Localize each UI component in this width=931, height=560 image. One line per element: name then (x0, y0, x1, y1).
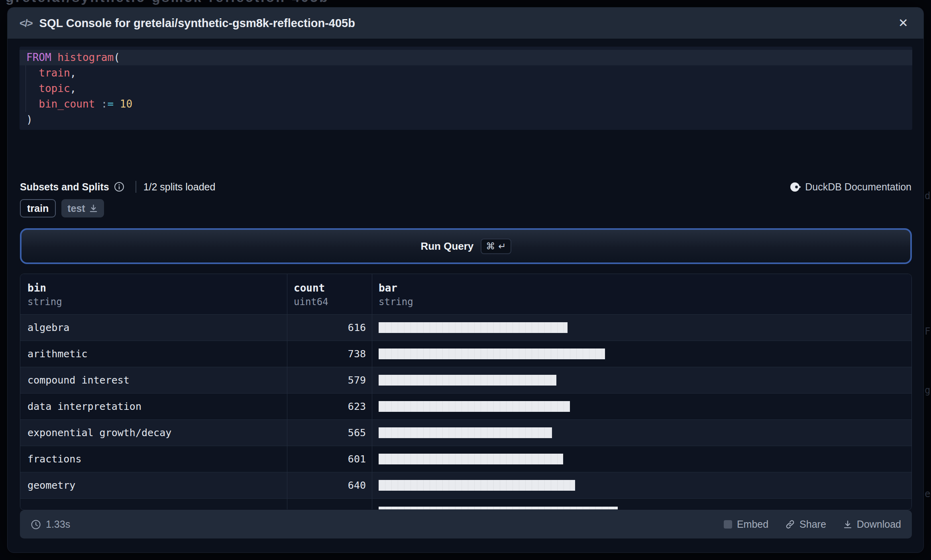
run-query-label: Run Query (420, 240, 473, 253)
table-row: data interpretation623 (20, 393, 911, 419)
count-cell (287, 499, 372, 509)
bar-cell (372, 315, 911, 341)
count-cell: 579 (287, 367, 372, 393)
bar-cell (372, 499, 911, 509)
histogram-bar (379, 349, 605, 359)
column-header-bin: bin string (20, 274, 287, 314)
count-cell: 616 (287, 315, 372, 341)
histogram-bar (379, 375, 556, 386)
divider (136, 181, 136, 193)
table-row: geometry640 (20, 472, 911, 498)
bin-cell: geometry (20, 472, 287, 498)
code-line: FROM histogram( (20, 50, 912, 65)
code-line: bin_count := 10 (20, 96, 912, 112)
share-icon (785, 519, 795, 529)
histogram-bar (379, 427, 552, 438)
table-body: algebra616arithmetic738compound interest… (20, 314, 911, 509)
clock-icon (31, 519, 41, 530)
cmd-key-icon: ⌘ (486, 241, 495, 252)
keyboard-shortcut-badge: ⌘ ↵ (481, 239, 511, 254)
duckdb-documentation-label: DuckDB Documentation (805, 181, 911, 193)
results-footer: 1.33s Embed Share Download (20, 510, 912, 538)
bar-cell (372, 341, 911, 367)
histogram-bar (379, 401, 570, 412)
count-cell: 601 (287, 446, 372, 472)
table-row: fractions601 (20, 446, 911, 472)
bin-cell: exponential growth/decay (20, 420, 287, 446)
split-test-label: test (67, 203, 85, 214)
bar-cell (372, 446, 911, 472)
column-name: bin (27, 282, 287, 294)
column-type: string (379, 296, 911, 307)
column-header-count: count uint64 (287, 274, 372, 314)
column-header-bar: bar string (372, 274, 911, 314)
bar-cell (372, 367, 911, 393)
close-icon[interactable]: ✕ (895, 16, 911, 31)
share-label: Share (799, 519, 826, 530)
column-name: bar (379, 282, 911, 294)
splits-loaded-status: 1/2 splits loaded (143, 181, 216, 193)
split-train-label: train (27, 203, 49, 214)
code-line: ) (20, 112, 912, 127)
duckdb-documentation-link[interactable]: DuckDB Documentation (790, 181, 911, 193)
table-row-partial (20, 498, 911, 509)
bin-cell: fractions (20, 446, 287, 472)
split-button-test[interactable]: test (61, 199, 104, 217)
download-icon (843, 520, 852, 529)
table-row: compound interest579 (20, 367, 911, 393)
bar-cell (372, 394, 911, 419)
query-duration: 1.33s (31, 519, 70, 530)
download-button[interactable]: Download (843, 519, 901, 530)
column-type: uint64 (294, 296, 372, 307)
column-type: string (27, 296, 287, 307)
background-text-fragment: d (925, 190, 930, 202)
duckdb-logo-icon (790, 182, 801, 192)
count-cell: 640 (287, 472, 372, 498)
split-button-train[interactable]: train (20, 199, 56, 217)
background-page-heading-text: gretelai/synthetic-gsm8k-reflection-405b (0, 0, 558, 5)
count-cell: 623 (287, 394, 372, 419)
background-page-heading-clipped: gretelai/synthetic-gsm8k-reflection-405b (0, 0, 558, 6)
bin-cell (20, 499, 287, 509)
download-icon (89, 204, 98, 213)
table-row: algebra616 (20, 314, 911, 341)
embed-icon (723, 519, 733, 529)
histogram-bar (379, 480, 575, 491)
column-name: count (294, 282, 372, 294)
count-cell: 738 (287, 341, 372, 367)
background-text-fragment: Fr (925, 326, 931, 337)
count-cell: 565 (287, 420, 372, 446)
table-header-row: bin string count uint64 bar string (20, 274, 911, 314)
share-button[interactable]: Share (785, 519, 826, 530)
download-label: Download (857, 519, 901, 530)
modal-header: </> SQL Console for gretelai/synthetic-g… (8, 8, 923, 39)
info-icon[interactable] (114, 182, 124, 192)
run-query-button[interactable]: Run Query ⌘ ↵ (20, 228, 912, 264)
background-text-fragment: eq (925, 488, 931, 499)
code-icon: </> (20, 17, 32, 29)
indent-guide (26, 65, 26, 112)
code-line: topic, (20, 81, 912, 96)
code-line: train, (20, 65, 912, 81)
sql-console-modal: </> SQL Console for gretelai/synthetic-g… (7, 7, 924, 553)
enter-key-icon: ↵ (498, 241, 506, 252)
subsets-heading: Subsets and Splits (20, 181, 109, 193)
bin-cell: algebra (20, 315, 287, 341)
table-row: arithmetic738 (20, 341, 911, 367)
split-buttons: train test (20, 199, 923, 217)
bar-cell (372, 420, 911, 446)
subsets-and-splits-row: Subsets and Splits 1/2 splits loaded Duc… (20, 181, 911, 193)
sql-editor[interactable]: FROM histogram( train, topic, bin_count … (20, 47, 912, 130)
results-table: bin string count uint64 bar string algeb… (20, 274, 912, 510)
bar-cell (372, 472, 911, 498)
bin-cell: arithmetic (20, 341, 287, 367)
background-text-fragment: g (925, 385, 930, 396)
footer-actions: Embed Share Download (723, 519, 901, 530)
embed-label: Embed (737, 519, 768, 530)
histogram-bar (379, 322, 568, 333)
histogram-bar (379, 454, 563, 464)
bin-cell: data interpretation (20, 394, 287, 419)
modal-title: SQL Console for gretelai/synthetic-gsm8k… (39, 17, 355, 30)
bin-cell: compound interest (20, 367, 287, 393)
embed-button[interactable]: Embed (723, 519, 768, 530)
